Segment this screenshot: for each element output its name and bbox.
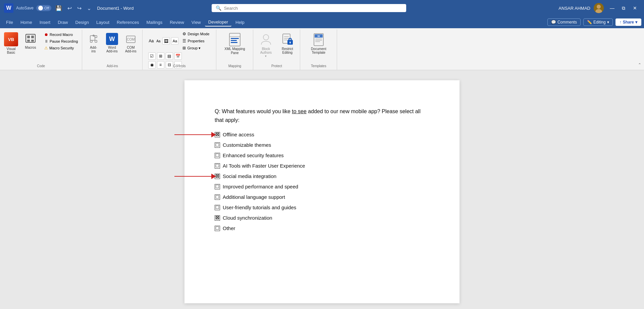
undo-icon[interactable]: ↩	[66, 4, 73, 12]
checkbox-3[interactable]: ☐	[215, 163, 220, 169]
search-icon: 🔍	[216, 5, 221, 11]
record-macro-button[interactable]: ⏺ Record Macro	[43, 32, 79, 38]
list-item: ☐ Customizable themes	[215, 142, 429, 148]
checkbox-control-icon[interactable]: ☑	[148, 52, 156, 60]
font-size-large-icon[interactable]: Aa	[148, 38, 155, 44]
com-add-ins-icon: COM	[124, 32, 138, 46]
word-add-ins-label: WordAdd-ins	[106, 46, 118, 53]
checkbox-item-2: ☐ Enhanced security features	[215, 152, 429, 158]
menu-references[interactable]: References	[113, 18, 142, 26]
menu-design[interactable]: Design	[72, 18, 92, 26]
macros-button[interactable]: Macros	[22, 31, 39, 51]
ribbon-group-templates: W DocumentTemplate Templates	[300, 30, 337, 70]
menu-insert[interactable]: Insert	[36, 18, 54, 26]
dropdown-control-icon[interactable]: ▤	[166, 52, 173, 60]
visual-basic-button[interactable]: VB VisualBasic	[3, 31, 19, 56]
document-template-button[interactable]: W DocumentTemplate	[308, 31, 329, 56]
image-control-icon[interactable]: 🖼	[162, 37, 170, 45]
macro-security-button[interactable]: ⚠ Macro Security	[43, 45, 79, 51]
share-button[interactable]: ↑ Share ▾	[615, 18, 641, 26]
checkbox-item-5: ☐ Improved performance and speed	[215, 184, 429, 189]
editing-label: Editing	[593, 20, 606, 25]
menu-review[interactable]: Review	[166, 18, 187, 26]
mode-controls: ⚙ Design Mode ☰ Properties ⊞ Group ▾	[181, 31, 211, 51]
menu-developer[interactable]: Developer	[205, 18, 231, 27]
search-box[interactable]: 🔍	[212, 4, 406, 12]
block-authors-button[interactable]: BlockAuthors ▾	[257, 31, 275, 59]
addins-group-content: Add-ins W WordAdd-ins COM COMAdd-ins	[86, 31, 139, 69]
document-area: Q: What features would you like to see a…	[0, 70, 644, 309]
menu-draw[interactable]: Draw	[54, 18, 71, 26]
menu-view[interactable]: View	[188, 18, 204, 26]
checkbox-7[interactable]: ☐	[215, 205, 220, 210]
menu-layout[interactable]: Layout	[93, 18, 113, 26]
menu-help[interactable]: Help	[232, 18, 248, 26]
visual-basic-label: VisualBasic	[6, 47, 15, 54]
checkbox-5[interactable]: ☐	[215, 184, 220, 189]
arrow-line-0	[174, 134, 211, 135]
date-control-icon[interactable]: 📅	[174, 52, 182, 60]
checkbox-9[interactable]: ☐	[215, 226, 220, 231]
menu-home[interactable]: Home	[17, 18, 36, 26]
checkbox-1[interactable]: ☐	[215, 142, 220, 148]
arrow-line-4	[174, 176, 211, 177]
toggle-dot	[38, 6, 43, 10]
checkbox-6[interactable]: ☐	[215, 194, 220, 200]
text-control-icon[interactable]: Aa	[171, 37, 178, 45]
properties-button[interactable]: ☰ Properties	[181, 38, 211, 44]
group-button[interactable]: ⊞ Group ▾	[181, 45, 211, 51]
svg-rect-18	[231, 40, 237, 41]
checkbox-wrapper-0: ☒ Offline access	[215, 132, 429, 137]
ribbon-group-addins: Add-ins W WordAdd-ins COM COMAdd-ins	[82, 30, 143, 70]
list-item: ☐ Improved performance and speed	[215, 184, 429, 189]
svg-text:COM: COM	[127, 38, 135, 41]
restrict-editing-label: RestrictEditing	[282, 47, 293, 54]
code-group-label: Code	[0, 64, 82, 68]
svg-rect-8	[90, 36, 95, 40]
font-size-small-icon[interactable]: Aa	[156, 39, 161, 44]
menu-mailings[interactable]: Mailings	[143, 18, 166, 26]
pause-recording-button[interactable]: ⏸ Pause Recording	[43, 38, 79, 44]
word-add-ins-button[interactable]: W WordAdd-ins	[104, 31, 120, 54]
xml-mapping-icon	[228, 32, 242, 47]
warning-icon: ⚠	[44, 46, 48, 50]
autosave-toggle[interactable]: Off	[36, 5, 51, 11]
editing-button[interactable]: ✏️ Editing ▾	[583, 18, 613, 26]
table-control-icon[interactable]: ⊞	[157, 52, 164, 60]
controls-group-label: Controls	[143, 64, 216, 68]
mapping-group-label: Mapping	[216, 64, 253, 68]
design-mode-button[interactable]: ⚙ Design Mode	[181, 31, 211, 37]
comments-button[interactable]: 💬 Comments	[547, 18, 581, 26]
menu-file[interactable]: File	[3, 18, 16, 26]
minimize-button[interactable]: —	[607, 4, 617, 12]
checkbox-checked-8[interactable]: ☒	[215, 215, 220, 221]
restore-button[interactable]: ⧉	[619, 4, 629, 12]
more-commands-icon[interactable]: ⌄	[86, 4, 93, 12]
list-item: ☐ Enhanced security features	[215, 152, 429, 158]
list-item: ☒ Social media integration	[215, 173, 429, 179]
mapping-group-content: XML MappingPane	[222, 31, 248, 69]
close-button[interactable]: ✕	[630, 4, 640, 12]
checkbox-label-8: Cloud synchronization	[223, 215, 272, 221]
document-template-label: DocumentTemplate	[311, 47, 326, 54]
ribbon-group-mapping: XML MappingPane Mapping	[216, 30, 253, 70]
checkbox-label-6: Additional language support	[223, 194, 285, 200]
checkbox-2[interactable]: ☐	[215, 153, 220, 158]
xml-mapping-pane-button[interactable]: XML MappingPane	[222, 31, 248, 56]
com-add-ins-button[interactable]: COM COMAdd-ins	[122, 31, 139, 54]
menu-bar-right: 💬 Comments ✏️ Editing ▾ ↑ Share ▾	[547, 18, 641, 26]
save-icon[interactable]: 💾	[54, 4, 63, 12]
record-icon: ⏺	[44, 32, 48, 37]
search-input[interactable]	[224, 6, 402, 11]
comments-label: Comments	[557, 20, 577, 25]
svg-rect-17	[231, 38, 239, 39]
ribbon-collapse-button[interactable]: ⌃	[638, 62, 641, 67]
add-ins-icon	[87, 32, 100, 46]
window-controls: — ⧉ ✕	[607, 4, 640, 12]
addins-group-label: Add-ins	[82, 64, 142, 68]
add-ins-button[interactable]: Add-ins	[86, 31, 102, 54]
document-page: Q: What features would you like to see a…	[184, 80, 460, 303]
restrict-editing-button[interactable]: RestrictEditing	[278, 31, 297, 56]
block-authors-arrow: ▾	[265, 54, 267, 58]
redo-icon[interactable]: ↪	[76, 4, 83, 12]
